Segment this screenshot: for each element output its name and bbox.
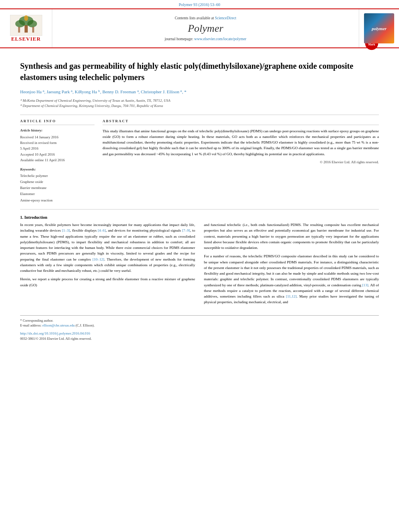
revised-date: 5 April 2016 <box>20 146 95 151</box>
paper-title: Synthesis and gas permeability of highly… <box>20 60 379 83</box>
elsevier-logo: ELSEVIER <box>10 15 42 42</box>
info-abstract-section: ARTICLE INFO Article history: Received 1… <box>20 119 379 203</box>
abstract-section: ABSTRACT This study illustrates that ami… <box>103 119 379 203</box>
affiliation-a: ᵃ McKetta Department of Chemical Enginee… <box>20 98 379 104</box>
journal-header: ELSEVIER Contents lists available at Sci… <box>0 8 399 48</box>
email-link[interactable]: ellison@che.utexas.edu <box>42 323 75 327</box>
journal-ref: Polymer 93 (2016) 53–60 <box>179 2 220 7</box>
main-content: Cross Mark Synthesis and gas permeabilit… <box>0 48 399 349</box>
email-line: E-mail address: ellison@che.utexas.edu (… <box>20 323 379 328</box>
accepted-date: Accepted 10 April 2016 <box>20 152 95 157</box>
intro-para-4: For a number of reasons, the telechelic … <box>204 253 379 305</box>
keywords-label: Keywords: <box>20 167 95 171</box>
polymer-logo-area: polymer <box>359 9 399 47</box>
affiliation-b: ᵇ Department of Chemical Engineering, Ke… <box>20 103 379 109</box>
ref-7-9: [7–9] <box>182 228 190 232</box>
article-info-title: ARTICLE INFO <box>20 119 95 125</box>
ref-1-3: [1–3] <box>62 228 70 232</box>
polymer-logo: polymer <box>364 13 394 43</box>
intro-para-3: and functional telechelic (i.e., both en… <box>204 222 379 251</box>
corresponding-author: * Corresponding author. <box>20 318 379 323</box>
intro-body: In recent years, flexible polymers have … <box>20 222 379 308</box>
ref-13: [13] <box>362 283 368 287</box>
divider-1 <box>20 115 379 115</box>
intro-right-col: and functional telechelic (i.e., both en… <box>204 222 379 308</box>
polymer-logo-text: polymer <box>372 26 387 31</box>
elsevier-wordmark: ELSEVIER <box>11 36 41 42</box>
keyword-1: Telechelic polymer <box>20 173 95 179</box>
ref-11-12b: [11,12] <box>286 294 296 298</box>
keyword-list: Telechelic polymer Graphene oxide Barrie… <box>20 173 95 203</box>
ref-10-12: [10–12] <box>93 257 104 261</box>
footnote-area: * Corresponding author. E-mail address: … <box>20 315 379 329</box>
doi-line[interactable]: http://dx.doi.org/10.1016/j.polymer.2016… <box>20 331 379 335</box>
svg-point-2 <box>15 20 25 27</box>
ref-4-6: [4–6] <box>98 228 106 232</box>
introduction-section: 1. Introduction In recent years, flexibl… <box>20 215 379 308</box>
abstract-title: ABSTRACT <box>103 119 379 125</box>
top-bar: Polymer 93 (2016) 53–60 <box>0 0 399 8</box>
article-info: ARTICLE INFO Article history: Received 1… <box>20 119 95 203</box>
keyword-5: Amine-epoxy reaction <box>20 197 95 203</box>
sciencedirect-line: Contents lists available at ScienceDirec… <box>175 16 236 20</box>
abstract-text: This study illustrates that amine functi… <box>103 128 379 157</box>
revised-label: Received in revised form <box>20 140 95 146</box>
keyword-4: Elastomer <box>20 191 95 197</box>
keyword-2: Graphene oxide <box>20 179 95 185</box>
copyright-bottom: 0032-3861/© 2016 Elsevier Ltd. All right… <box>20 337 379 341</box>
abstract-copyright: © 2016 Elsevier Ltd. All rights reserved… <box>103 160 379 164</box>
received-1: Received 14 January 2016 <box>20 134 95 140</box>
svg-point-3 <box>27 20 37 27</box>
intro-para-1: In recent years, flexible polymers have … <box>20 222 195 273</box>
intro-left-col: In recent years, flexible polymers have … <box>20 222 195 308</box>
intro-para-2: Herein, we report a simple process for c… <box>20 276 195 288</box>
svg-point-7 <box>24 15 28 21</box>
sciencedirect-link[interactable]: ScienceDirect <box>215 16 236 20</box>
journal-title: Polymer <box>188 23 223 35</box>
history-label: Article history: <box>20 128 95 132</box>
svg-rect-4 <box>25 25 28 33</box>
svg-rect-6 <box>32 27 34 33</box>
homepage-line: journal homepage: www.elsevier.com/locat… <box>165 37 246 41</box>
intro-heading: 1. Introduction <box>20 215 379 220</box>
keyword-3: Barrier membrane <box>20 185 95 191</box>
homepage-url[interactable]: www.elsevier.com/locate/polymer <box>194 37 247 41</box>
elsevier-logo-area: ELSEVIER <box>0 9 52 47</box>
journal-header-center: Contents lists available at ScienceDirec… <box>52 9 359 47</box>
online-date: Available online 11 April 2016 <box>20 157 95 163</box>
affiliations: ᵃ McKetta Department of Chemical Enginee… <box>20 98 379 109</box>
authors-line: Heonjoo Ha ᵃ, Jaesung Park ᵃ, KiRyong Ha… <box>20 88 379 96</box>
svg-rect-5 <box>18 27 20 33</box>
divider-2 <box>20 209 379 210</box>
elsevier-tree-icon <box>10 15 42 36</box>
